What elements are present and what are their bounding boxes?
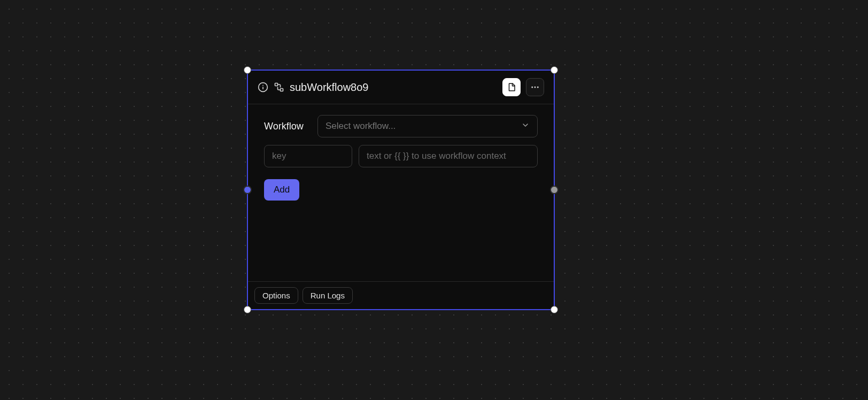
node-title: subWorkflow8o9 bbox=[290, 81, 368, 94]
workflow-select[interactable]: Select workflow... bbox=[317, 115, 538, 137]
chevron-down-icon bbox=[521, 121, 530, 132]
svg-point-5 bbox=[531, 87, 533, 88]
more-menu-button[interactable] bbox=[526, 78, 544, 96]
add-button[interactable]: Add bbox=[264, 179, 299, 201]
resize-handle-top-left[interactable] bbox=[244, 66, 251, 74]
info-icon[interactable] bbox=[258, 82, 268, 93]
workflow-select-placeholder: Select workflow... bbox=[326, 121, 396, 132]
resize-handle-bottom-right[interactable] bbox=[551, 306, 558, 313]
subworkflow-node[interactable]: subWorkflow8o9 Workflow Select workflow.… bbox=[247, 70, 555, 310]
options-button[interactable]: Options bbox=[254, 287, 298, 304]
node-header: subWorkflow8o9 bbox=[248, 71, 554, 104]
node-body: Workflow Select workflow... Add bbox=[248, 104, 554, 281]
run-logs-button[interactable]: Run Logs bbox=[303, 287, 353, 304]
workflow-field-label: Workflow bbox=[264, 121, 311, 132]
node-footer: Options Run Logs bbox=[248, 281, 554, 309]
workflow-canvas[interactable]: subWorkflow8o9 Workflow Select workflow.… bbox=[0, 0, 868, 400]
notes-button[interactable] bbox=[502, 78, 521, 96]
subworkflow-icon bbox=[274, 82, 284, 93]
resize-handle-top-right[interactable] bbox=[551, 66, 558, 74]
key-input[interactable] bbox=[264, 145, 352, 167]
value-input[interactable] bbox=[359, 145, 538, 167]
resize-handle-bottom-left[interactable] bbox=[244, 306, 251, 313]
input-port[interactable] bbox=[243, 186, 252, 194]
output-port[interactable] bbox=[550, 186, 559, 194]
svg-point-7 bbox=[537, 87, 539, 88]
svg-point-6 bbox=[534, 87, 536, 88]
